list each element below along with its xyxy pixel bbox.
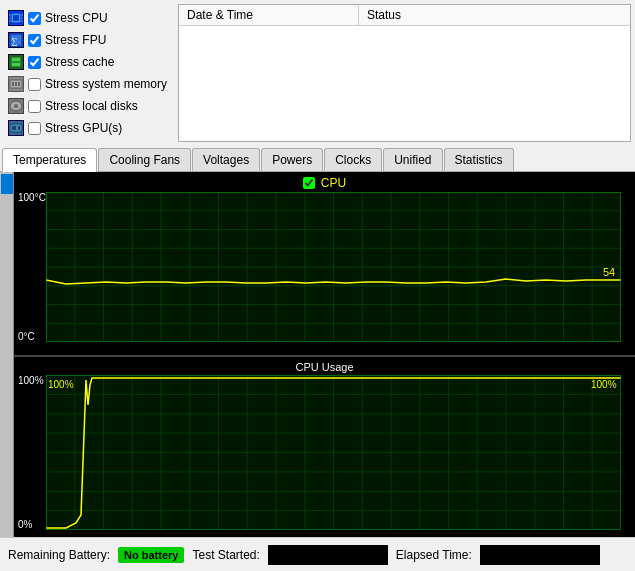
svg-rect-11	[12, 58, 20, 61]
scroll-thumb[interactable]	[1, 174, 13, 194]
svg-rect-21	[12, 126, 16, 130]
elapsed-value	[480, 545, 600, 565]
chart-temp-area: 100°C 0°C	[18, 192, 631, 342]
chart-cpu-checkbox[interactable]	[303, 177, 315, 189]
cpu-icon	[8, 10, 24, 26]
svg-rect-14	[12, 82, 14, 86]
log-col-datetime-header: Date & Time	[179, 5, 359, 25]
svg-rect-22	[18, 126, 20, 130]
chart-temp-title-area: CPU	[14, 172, 635, 192]
top-section: Stress CPU ∑ Stress FPU	[0, 0, 635, 146]
temp-chart-svg: 54	[46, 192, 621, 342]
gpu-icon	[8, 120, 24, 136]
stress-memory-checkbox[interactable]	[28, 78, 41, 91]
charts-with-scroll: CPU 100°C 0°C	[0, 172, 635, 537]
stress-item-cpu: Stress CPU	[8, 8, 170, 28]
temperature-chart: CPU 100°C 0°C	[14, 172, 635, 357]
y-label-min: 0°C	[18, 331, 46, 342]
svg-rect-15	[15, 82, 17, 86]
svg-text:100%: 100%	[591, 379, 617, 390]
stress-cpu-checkbox[interactable]	[28, 12, 41, 25]
stress-disk-label: Stress local disks	[45, 99, 138, 113]
stress-memory-label: Stress system memory	[45, 77, 167, 91]
stress-item-disk: Stress local disks	[8, 96, 170, 116]
stress-item-cache: Stress cache	[8, 52, 170, 72]
stress-item-memory: Stress system memory	[8, 74, 170, 94]
test-started-label: Test Started:	[192, 548, 259, 562]
stress-item-gpu: Stress GPU(s)	[8, 118, 170, 138]
elapsed-label: Elapsed Time:	[396, 548, 472, 562]
svg-text:∑: ∑	[11, 36, 17, 46]
stress-item-fpu: ∑ Stress FPU	[8, 30, 170, 50]
svg-text:100%: 100%	[48, 379, 74, 390]
main-container: Stress CPU ∑ Stress FPU	[0, 0, 635, 571]
svg-rect-16	[18, 82, 20, 86]
battery-value: No battery	[118, 547, 184, 563]
fpu-icon: ∑	[8, 32, 24, 48]
stress-fpu-label: Stress FPU	[45, 33, 106, 47]
cpu-usage-chart: CPU Usage 100% 0%	[14, 357, 635, 537]
tab-clocks[interactable]: Clocks	[324, 148, 382, 171]
memory-icon	[8, 76, 24, 92]
chart-usage-area: 100% 0%	[18, 375, 631, 530]
status-bar: Remaining Battery: No battery Test Start…	[0, 537, 635, 571]
stress-disk-checkbox[interactable]	[28, 100, 41, 113]
chart-cpu-label: CPU	[321, 176, 346, 190]
stress-cache-label: Stress cache	[45, 55, 114, 69]
svg-rect-1	[13, 15, 19, 21]
test-started-value	[268, 545, 388, 565]
tab-statistics[interactable]: Statistics	[444, 148, 514, 171]
tab-voltages[interactable]: Voltages	[192, 148, 260, 171]
stress-fpu-checkbox[interactable]	[28, 34, 41, 47]
chart-usage-title: CPU Usage	[14, 357, 635, 375]
stress-cache-checkbox[interactable]	[28, 56, 41, 69]
y-label-max: 100°C	[18, 192, 46, 203]
usage-y-min: 0%	[18, 519, 46, 530]
svg-rect-12	[12, 63, 20, 66]
tabs-bar: Temperatures Cooling Fans Voltages Power…	[0, 146, 635, 172]
tab-temperatures[interactable]: Temperatures	[2, 148, 97, 172]
stress-panel: Stress CPU ∑ Stress FPU	[4, 4, 174, 142]
svg-rect-10	[10, 56, 22, 68]
stress-gpu-checkbox[interactable]	[28, 122, 41, 135]
cache-icon	[8, 54, 24, 70]
log-col-status-header: Status	[359, 5, 409, 25]
log-header: Date & Time Status	[179, 5, 630, 26]
scroll-track[interactable]	[0, 172, 14, 537]
log-panel: Date & Time Status	[178, 4, 631, 142]
usage-y-labels: 100% 0%	[18, 375, 46, 530]
tab-unified[interactable]: Unified	[383, 148, 442, 171]
usage-chart-svg: 100% 100%	[46, 375, 621, 530]
stress-gpu-label: Stress GPU(s)	[45, 121, 122, 135]
battery-label: Remaining Battery:	[8, 548, 110, 562]
tab-cooling-fans[interactable]: Cooling Fans	[98, 148, 191, 171]
stress-cpu-label: Stress CPU	[45, 11, 108, 25]
svg-point-18	[14, 104, 18, 108]
svg-text:54: 54	[603, 266, 615, 278]
usage-y-max: 100%	[18, 375, 46, 386]
chart-temp-y-labels: 100°C 0°C	[18, 192, 46, 342]
disk-icon	[8, 98, 24, 114]
charts-content: CPU 100°C 0°C	[14, 172, 635, 537]
log-body	[179, 26, 630, 141]
tab-powers[interactable]: Powers	[261, 148, 323, 171]
